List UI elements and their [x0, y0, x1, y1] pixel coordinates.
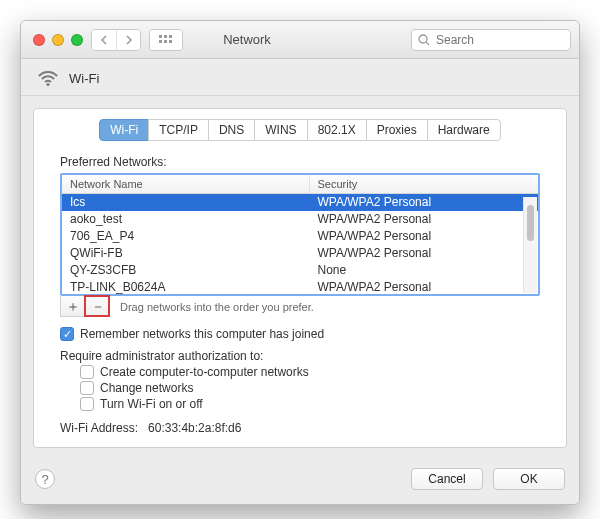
search-icon — [418, 34, 430, 46]
cancel-button[interactable]: Cancel — [411, 468, 483, 490]
svg-line-7 — [426, 42, 429, 45]
table-row[interactable]: TP-LINK_B0624A WPA/WPA2 Personal — [62, 279, 538, 294]
tab-wins[interactable]: WINS — [254, 119, 307, 141]
preferred-networks-label: Preferred Networks: — [60, 155, 554, 169]
network-name: QWiFi-FB — [62, 245, 310, 262]
network-name: QY-ZS3CFB — [62, 262, 310, 279]
help-icon: ? — [41, 472, 48, 487]
section-label: Wi-Fi — [69, 71, 99, 86]
close-icon[interactable] — [33, 34, 45, 46]
wifi-address-label: Wi-Fi Address: — [60, 421, 138, 435]
admin-change-row[interactable]: Change networks — [80, 381, 554, 395]
remove-network-button[interactable]: － — [85, 296, 109, 316]
wifi-address-value: 60:33:4b:2a:8f:d6 — [148, 421, 241, 435]
admin-onoff-checkbox[interactable] — [80, 397, 94, 411]
network-name: 706_EA_P4 — [62, 228, 310, 245]
network-security: None — [310, 262, 538, 279]
table-body[interactable]: Ics WPA/WPA2 Personal aoko_test WPA/WPA2… — [62, 194, 538, 294]
search-field[interactable] — [411, 29, 571, 51]
tab-proxies[interactable]: Proxies — [366, 119, 428, 141]
preferred-networks-table[interactable]: Network Name Security Ics WPA/WPA2 Perso… — [60, 173, 540, 296]
network-name: TP-LINK_B0624A — [62, 279, 310, 294]
window-title: Network — [91, 32, 403, 47]
network-security: WPA/WPA2 Personal — [310, 194, 538, 211]
help-button[interactable]: ? — [35, 469, 55, 489]
network-security: WPA/WPA2 Personal — [310, 279, 538, 294]
admin-c2c-label: Create computer-to-computer networks — [100, 365, 309, 379]
plus-icon: ＋ — [66, 299, 80, 313]
footer: ? Cancel OK — [21, 460, 579, 504]
network-name: Ics — [62, 194, 310, 211]
wifi-address-row: Wi-Fi Address: 60:33:4b:2a:8f:d6 — [60, 421, 554, 435]
tab-hardware[interactable]: Hardware — [427, 119, 501, 141]
traffic-lights — [33, 34, 83, 46]
svg-point-6 — [419, 35, 427, 43]
remember-checkbox[interactable]: ✓ — [60, 327, 74, 341]
ok-button[interactable]: OK — [493, 468, 565, 490]
tab-dns[interactable]: DNS — [208, 119, 255, 141]
table-row[interactable]: QY-ZS3CFB None — [62, 262, 538, 279]
wifi-icon — [37, 69, 59, 87]
admin-c2c-row[interactable]: Create computer-to-computer networks — [80, 365, 554, 379]
admin-c2c-checkbox[interactable] — [80, 365, 94, 379]
tab-tcpip[interactable]: TCP/IP — [148, 119, 209, 141]
admin-auth-label: Require administrator authorization to: — [60, 349, 554, 363]
network-name: aoko_test — [62, 211, 310, 228]
table-header: Network Name Security — [62, 175, 538, 194]
network-security: WPA/WPA2 Personal — [310, 228, 538, 245]
network-security: WPA/WPA2 Personal — [310, 211, 538, 228]
search-input[interactable] — [434, 32, 564, 48]
minimize-icon[interactable] — [52, 34, 64, 46]
add-remove-toolbar: ＋ － Drag networks into the order you pre… — [60, 296, 540, 317]
wifi-section-header: Wi-Fi — [21, 59, 579, 96]
admin-onoff-row[interactable]: Turn Wi-Fi on or off — [80, 397, 554, 411]
col-security[interactable]: Security — [310, 175, 538, 193]
network-security: WPA/WPA2 Personal — [310, 245, 538, 262]
table-row[interactable]: QWiFi-FB WPA/WPA2 Personal — [62, 245, 538, 262]
admin-change-label: Change networks — [100, 381, 193, 395]
scroll-thumb[interactable] — [527, 205, 534, 241]
table-row[interactable]: 706_EA_P4 WPA/WPA2 Personal — [62, 228, 538, 245]
svg-point-8 — [46, 83, 49, 86]
admin-change-checkbox[interactable] — [80, 381, 94, 395]
drag-hint-label: Drag networks into the order you prefer. — [120, 301, 314, 313]
minus-icon: － — [91, 299, 105, 313]
scrollbar[interactable] — [523, 197, 537, 293]
add-network-button[interactable]: ＋ — [61, 296, 85, 316]
zoom-icon[interactable] — [71, 34, 83, 46]
tab-8021x[interactable]: 802.1X — [307, 119, 367, 141]
table-row[interactable]: Ics WPA/WPA2 Personal — [62, 194, 538, 211]
table-row[interactable]: aoko_test WPA/WPA2 Personal — [62, 211, 538, 228]
remember-networks-row[interactable]: ✓ Remember networks this computer has jo… — [60, 327, 554, 341]
admin-onoff-label: Turn Wi-Fi on or off — [100, 397, 203, 411]
tab-bar: Wi-Fi TCP/IP DNS WINS 802.1X Proxies Har… — [46, 119, 554, 141]
remember-label: Remember networks this computer has join… — [80, 327, 324, 341]
network-preferences-window: Network Wi-Fi Wi-Fi TCP/IP DNS WINS 802.… — [20, 20, 580, 505]
tab-wifi[interactable]: Wi-Fi — [99, 119, 149, 141]
col-network-name[interactable]: Network Name — [62, 175, 310, 193]
advanced-sheet: Wi-Fi TCP/IP DNS WINS 802.1X Proxies Har… — [33, 108, 567, 448]
titlebar: Network — [21, 21, 579, 59]
